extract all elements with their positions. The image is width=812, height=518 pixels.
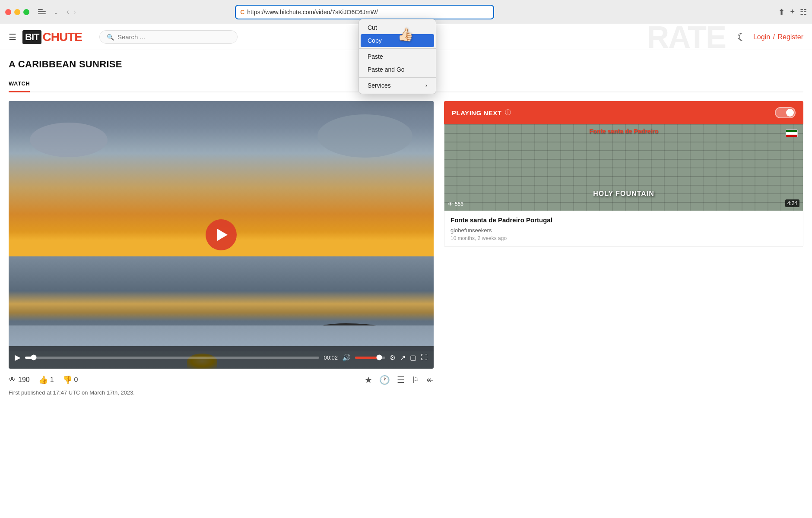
published-text: First published at 17:47 UTC on March 17… <box>9 389 434 400</box>
search-icon: 🔍 <box>107 34 114 41</box>
watch-later-icon[interactable]: 🕐 <box>379 375 390 385</box>
thumbnail-eye-icon: 👁 <box>448 201 453 207</box>
sidebar-toggle-button[interactable] <box>36 7 48 17</box>
flag-icon[interactable]: ⚐ <box>412 375 419 385</box>
thumbnail-subtitle: HOLY FOUNTAIN <box>444 190 803 198</box>
autoplay-toggle[interactable] <box>775 107 796 118</box>
thumbnail-video-title: Fonte santa de Padreiro <box>444 128 803 135</box>
card-channel: globefunseekers <box>450 227 797 234</box>
toggle-knob <box>786 109 794 117</box>
close-window-button[interactable] <box>5 9 11 15</box>
sidebar-toggle-icon <box>38 9 46 15</box>
main-layout: ▶ 00:02 🔊 ⚙ ↗ ▢ ⛶ <box>9 101 803 400</box>
context-menu: Cut Copy Paste Paste and Go Services › <box>358 19 436 94</box>
expand-icon[interactable]: ⌄ <box>52 7 60 17</box>
share-icon[interactable]: ↞ <box>426 375 434 385</box>
search-bar[interactable]: 🔍 <box>99 30 238 44</box>
page-content: A CARIBBEAN SUNRISE WATCH ▶ <box>0 50 812 400</box>
time-display: 00:02 <box>324 354 338 361</box>
play-icon <box>217 229 228 241</box>
header-right-controls: ☾ Login / Register <box>737 31 803 43</box>
dislike-section: 👎 0 <box>63 375 78 385</box>
card-info: Fonte santa de Padreiro Portugal globefu… <box>444 211 803 246</box>
playing-next-header: PLAYING NEXT ⓘ <box>444 101 803 124</box>
playing-next-title: PLAYING NEXT <box>452 109 501 117</box>
thumbnail-stone-wall <box>444 124 803 211</box>
fullscreen-button[interactable]: ⛶ <box>421 354 428 361</box>
login-register-links: Login / Register <box>753 33 803 41</box>
context-cut[interactable]: Cut <box>361 21 434 34</box>
settings-button[interactable]: ⚙ <box>390 354 396 362</box>
video-cloud-right <box>317 114 412 158</box>
register-link[interactable]: Register <box>777 33 803 41</box>
playlist-icon[interactable]: ☰ <box>397 375 405 385</box>
play-button[interactable] <box>206 219 237 250</box>
thumbnail-flag <box>786 130 798 137</box>
thumbnail-views-badge: 👁 556 <box>448 201 463 207</box>
login-link[interactable]: Login <box>753 33 770 41</box>
volume-bar[interactable] <box>355 357 385 359</box>
next-video-thumbnail: Fonte santa de Padreiro HOLY FOUNTAIN 👁 … <box>444 124 803 211</box>
thumbs-up-icon[interactable]: 👍 <box>38 375 48 385</box>
back-button[interactable]: ‹ <box>65 6 71 18</box>
maximize-window-button[interactable] <box>23 9 29 15</box>
pip-button[interactable]: ▢ <box>410 354 416 362</box>
video-cloud-left <box>30 123 108 157</box>
like-section: 👍 1 <box>38 375 54 385</box>
nav-arrows: ‹ › <box>65 6 78 18</box>
video-controls: ▶ 00:02 🔊 ⚙ ↗ ▢ ⛶ <box>9 346 434 369</box>
card-time: 10 months, 2 weeks ago <box>450 235 797 241</box>
context-copy[interactable]: Copy <box>361 34 434 47</box>
site-logo[interactable]: BIT CHUTE <box>22 30 82 44</box>
playing-next-info-icon: ⓘ <box>505 109 511 117</box>
share-button[interactable]: ⬆ <box>778 7 785 17</box>
card-video-title: Fonte santa de Padreiro Portugal <box>450 216 797 224</box>
forward-button[interactable]: › <box>72 6 78 18</box>
search-input[interactable] <box>117 33 230 41</box>
logo-bit-text: BIT <box>22 30 41 44</box>
volume-thumb <box>377 355 382 360</box>
header-bg-decoration: RATE <box>647 24 726 50</box>
thumbnail-duration: 4:24 <box>785 199 799 207</box>
watch-tab[interactable]: WATCH <box>9 77 30 92</box>
progress-thumb <box>31 355 37 360</box>
progress-bar[interactable] <box>25 357 319 359</box>
bookmark-icon[interactable]: ★ <box>365 375 372 385</box>
video-player[interactable]: ▶ 00:02 🔊 ⚙ ↗ ▢ ⛶ <box>9 101 434 369</box>
new-tab-button[interactable]: + <box>790 7 795 16</box>
grid-view-button[interactable]: ☷ <box>800 7 807 17</box>
thumbnail-views-count: 556 <box>455 201 463 207</box>
views-number: 190 <box>18 376 30 384</box>
address-bar[interactable]: C https://www.bitchute.com/video/7sKiJO6… <box>235 5 494 19</box>
thumbs-down-icon[interactable]: 👎 <box>63 375 72 385</box>
share-video-button[interactable]: ↗ <box>400 354 406 362</box>
logo-chute-text: CHUTE <box>42 30 82 44</box>
volume-fill <box>355 357 379 359</box>
context-paste-go[interactable]: Paste and Go <box>361 63 434 76</box>
minimize-window-button[interactable] <box>14 9 20 15</box>
browser-right-controls: ⬆ + ☷ <box>778 7 807 17</box>
playing-next-info: PLAYING NEXT ⓘ <box>452 109 511 117</box>
likes-count: 1 <box>50 376 54 384</box>
eye-icon: 👁 <box>9 376 16 384</box>
context-divider-2 <box>359 77 436 78</box>
context-paste[interactable]: Paste <box>361 50 434 63</box>
play-pause-button[interactable]: ▶ <box>15 353 21 362</box>
video-container: ▶ 00:02 🔊 ⚙ ↗ ▢ ⛶ <box>9 101 434 400</box>
traffic-lights <box>5 9 29 15</box>
browser-icon: C <box>240 9 244 16</box>
action-icons: ★ 🕐 ☰ ⚐ ↞ <box>365 375 434 385</box>
volume-icon[interactable]: 🔊 <box>342 354 351 362</box>
context-divider-1 <box>359 48 436 49</box>
login-register-divider: / <box>773 33 777 41</box>
thumbnail-bg <box>444 124 803 211</box>
browser-chrome: ⌄ ‹ › C https://www.bitchute.com/video/7… <box>0 0 812 24</box>
url-text: https://www.bitchute.com/video/7sKiJO6C6… <box>247 9 489 16</box>
next-video-card[interactable]: Fonte santa de Padreiro HOLY FOUNTAIN 👁 … <box>444 124 803 247</box>
context-services[interactable]: Services › <box>361 79 434 92</box>
hamburger-menu-button[interactable]: ☰ <box>9 32 16 42</box>
dark-mode-toggle[interactable]: ☾ <box>737 31 746 43</box>
sidebar: PLAYING NEXT ⓘ Fonte santa de Padreiro H… <box>444 101 803 400</box>
views-count: 👁 190 <box>9 376 30 384</box>
dislikes-count: 0 <box>74 376 78 384</box>
